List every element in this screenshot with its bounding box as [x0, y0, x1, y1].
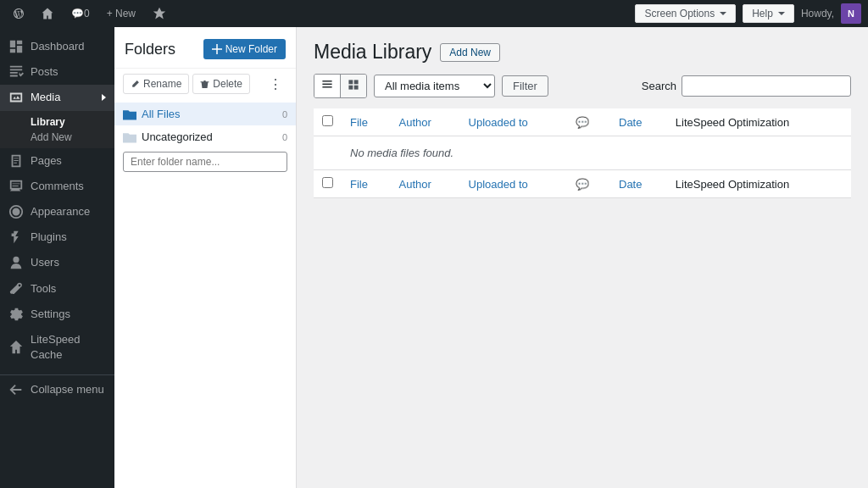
select-all-checkbox-2[interactable]: [322, 177, 333, 188]
new-folder-button[interactable]: New Folder: [203, 39, 286, 59]
sidebar-pages-label: Pages: [31, 153, 62, 169]
new-folder-label: New Folder: [225, 43, 277, 55]
svg-rect-3: [348, 80, 353, 84]
folders-title: Folders: [125, 41, 175, 58]
user-avatar[interactable]: N: [841, 3, 861, 24]
filter-button[interactable]: Filter: [502, 75, 548, 97]
sidebar-sub-library[interactable]: Library: [0, 114, 114, 130]
folders-toolbar: Rename Delete ⋮: [114, 68, 296, 99]
adminbar-comments[interactable]: 💬 0: [64, 0, 97, 27]
svg-rect-5: [348, 86, 353, 90]
sidebar-media-label: Media: [31, 90, 60, 105]
sidebar-collapse[interactable]: Collapse menu: [0, 374, 114, 402]
sidebar-item-dashboard[interactable]: Dashboard: [0, 34, 114, 59]
sidebar-dashboard-label: Dashboard: [31, 39, 85, 54]
th-litespeed: LiteSpeed Optimization: [667, 108, 851, 136]
uncategorized-count: 0: [282, 132, 287, 142]
sidebar: Dashboard Posts Media Library Add New Pa…: [0, 27, 114, 488]
th2-comment: 💬: [567, 170, 610, 198]
sidebar-item-appearance[interactable]: Appearance: [0, 199, 114, 225]
list-view-button[interactable]: [314, 75, 341, 97]
howdy-text: Howdy,: [801, 8, 834, 19]
th2-file[interactable]: File: [342, 170, 391, 198]
content-area: Folders New Folder Rename Delete ⋮: [114, 27, 868, 488]
no-files-message: No media files found.: [342, 136, 851, 170]
sidebar-appearance-label: Appearance: [31, 204, 90, 219]
all-files-label: All Files: [142, 108, 181, 120]
search-input[interactable]: [682, 75, 851, 97]
sidebar-item-tools[interactable]: Tools: [0, 276, 114, 302]
svg-rect-1: [322, 84, 331, 85]
help-button[interactable]: Help: [743, 4, 794, 23]
adminbar-left: 💬 0 + New: [7, 0, 635, 27]
media-arrow-icon: [102, 94, 106, 101]
th-checkbox: [314, 108, 342, 136]
sidebar-item-settings[interactable]: Settings: [0, 302, 114, 327]
sidebar-item-media[interactable]: Media: [0, 85, 114, 110]
table-row-footer: File Author Uploaded to 💬 Date LiteSpeed…: [314, 170, 851, 198]
comment-count: 0: [84, 8, 90, 19]
sidebar-comments-label: Comments: [31, 179, 84, 194]
adminbar-home[interactable]: [34, 0, 61, 27]
sidebar-posts-label: Posts: [31, 64, 58, 80]
rename-label: Rename: [143, 78, 181, 90]
folders-header: Folders New Folder: [114, 27, 296, 68]
view-toggle: [314, 74, 367, 98]
th-uploaded-to[interactable]: Uploaded to: [460, 108, 568, 136]
select-all-checkbox[interactable]: [322, 115, 333, 126]
th-author[interactable]: Author: [391, 108, 460, 136]
screen-options-caret-icon: [720, 12, 726, 15]
media-toolbar: All media items Images Audio Video Docum…: [314, 74, 851, 98]
th2-date[interactable]: Date: [610, 170, 667, 198]
help-caret-icon: [778, 12, 785, 15]
search-label: Search: [642, 80, 676, 92]
sidebar-sub-addnew[interactable]: Add New: [0, 130, 114, 145]
sidebar-item-users[interactable]: Users: [0, 250, 114, 275]
adminbar-diamond[interactable]: [146, 0, 173, 27]
th-date[interactable]: Date: [610, 108, 667, 136]
sidebar-litespeed-label: LiteSpeed Cache: [31, 332, 106, 363]
folders-panel: Folders New Folder Rename Delete ⋮: [114, 27, 297, 488]
media-panel: Media Library Add New All media items Im…: [297, 27, 868, 488]
delete-button[interactable]: Delete: [192, 74, 250, 94]
folder-item-all-files[interactable]: All Files 0: [114, 103, 296, 125]
adminbar-right: Screen Options Help Howdy, N: [635, 3, 861, 24]
folder-name-input[interactable]: [123, 152, 287, 172]
delete-label: Delete: [213, 78, 242, 90]
uncategorized-label: Uncategorized: [142, 130, 213, 143]
sidebar-users-label: Users: [31, 255, 59, 270]
sidebar-item-comments[interactable]: Comments: [0, 174, 114, 199]
sidebar-item-pages[interactable]: Pages: [0, 148, 114, 174]
sidebar-item-plugins[interactable]: Plugins: [0, 225, 114, 250]
svg-rect-2: [322, 86, 331, 87]
user-initial: N: [848, 8, 854, 19]
rename-button[interactable]: Rename: [123, 74, 189, 94]
sidebar-item-posts[interactable]: Posts: [0, 59, 114, 85]
more-options-button[interactable]: ⋮: [264, 75, 287, 94]
th2-checkbox: [314, 170, 342, 198]
svg-rect-0: [322, 80, 331, 81]
media-header: Media Library Add New: [314, 41, 851, 64]
main-layout: Dashboard Posts Media Library Add New Pa…: [0, 27, 868, 488]
no-files-checkbox-cell: [314, 136, 342, 170]
folder-item-uncategorized[interactable]: Uncategorized 0: [114, 125, 296, 148]
sidebar-tools-label: Tools: [31, 281, 56, 297]
grid-view-button[interactable]: [341, 75, 366, 97]
th2-author[interactable]: Author: [391, 170, 460, 198]
search-area: Search: [642, 75, 851, 97]
sidebar-settings-label: Settings: [31, 307, 70, 322]
th-comment: 💬: [567, 108, 610, 136]
screen-options-button[interactable]: Screen Options: [635, 4, 736, 23]
media-filter-select[interactable]: All media items Images Audio Video Docum…: [374, 75, 495, 97]
add-new-button[interactable]: Add New: [440, 43, 500, 62]
adminbar-new[interactable]: + New: [100, 0, 142, 27]
sidebar-collapse-label: Collapse menu: [31, 382, 104, 397]
th2-uploaded-to[interactable]: Uploaded to: [460, 170, 568, 198]
th-file[interactable]: File: [342, 108, 391, 136]
sidebar-item-litespeed[interactable]: LiteSpeed Cache: [0, 327, 114, 368]
all-files-count: 0: [282, 109, 287, 119]
no-files-row: No media files found.: [314, 136, 851, 170]
comment-bubble-icon: 💬: [71, 8, 84, 19]
sidebar-plugins-label: Plugins: [31, 230, 67, 245]
wp-logo-button[interactable]: [7, 0, 31, 27]
